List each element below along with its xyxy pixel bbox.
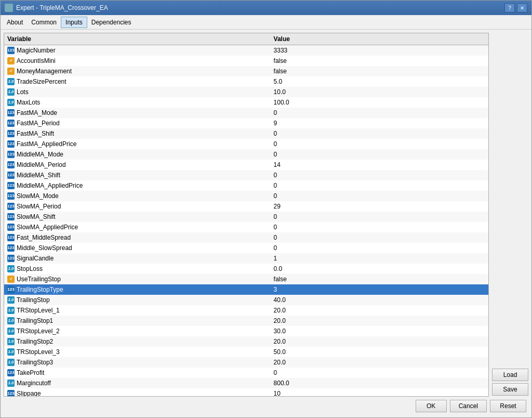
- ok-button[interactable]: OK: [416, 400, 447, 412]
- value-cell[interactable]: 0: [271, 191, 488, 201]
- variable-cell: 1.0 TRStopLevel_2: [4, 326, 271, 336]
- variable-cell: 1.0 StopLoss: [4, 264, 271, 274]
- value-cell[interactable]: 0.0: [271, 264, 488, 274]
- table-row[interactable]: 1.0 TrailingStop1 20.0: [4, 316, 488, 326]
- table-row[interactable]: 123 TakeProfit 0: [4, 368, 488, 378]
- table-row[interactable]: 123 TrailingStopType 3: [4, 284, 488, 295]
- value-cell[interactable]: 50.0: [271, 347, 488, 357]
- variable-cell: 1.0 TrailingStop3: [4, 357, 271, 368]
- value-cell[interactable]: 20.0: [271, 357, 488, 368]
- variable-cell: 123 SlowMA_Mode: [4, 191, 271, 201]
- value-cell[interactable]: 0: [271, 128, 488, 139]
- load-button[interactable]: Load: [492, 369, 528, 381]
- value-cell[interactable]: 10.0: [271, 87, 488, 97]
- value-cell[interactable]: 0: [271, 222, 488, 232]
- menu-about[interactable]: About: [3, 17, 27, 28]
- cancel-button[interactable]: Cancel: [450, 400, 487, 412]
- value-cell[interactable]: 0: [271, 170, 488, 180]
- double-icon: 1.0: [7, 338, 15, 345]
- value-cell[interactable]: 0: [271, 180, 488, 191]
- value-cell[interactable]: false: [271, 56, 488, 66]
- variable-cell: 1.0 Lots: [4, 87, 271, 97]
- variable-name: Middle_SlowSpread: [17, 244, 72, 252]
- menu-inputs[interactable]: Inputs: [61, 17, 87, 28]
- value-cell[interactable]: 5.0: [271, 76, 488, 87]
- table-row[interactable]: 123 MiddleMA_Shift 0: [4, 170, 488, 180]
- value-cell[interactable]: false: [271, 66, 488, 76]
- table-row[interactable]: 1.0 TrailingStop3 20.0: [4, 357, 488, 368]
- table-row[interactable]: 123 SignalCandle 1: [4, 253, 488, 264]
- table-row[interactable]: ✓ AccountIsMini false: [4, 56, 488, 66]
- table-row[interactable]: 1.0 StopLoss 0.0: [4, 264, 488, 274]
- value-cell[interactable]: 20.0: [271, 305, 488, 316]
- table-row[interactable]: 123 MiddleMA_AppliedPrice 0: [4, 180, 488, 191]
- table-row[interactable]: 1.0 TrailingStop 40.0: [4, 295, 488, 305]
- value-cell[interactable]: 0: [271, 368, 488, 378]
- table-row[interactable]: 123 Slippage 10: [4, 388, 488, 397]
- reset-button[interactable]: Reset: [490, 400, 526, 412]
- table-row[interactable]: 1.0 TrailingStop2 20.0: [4, 336, 488, 347]
- table-row[interactable]: 123 SlowMA_Shift 0: [4, 212, 488, 222]
- menu-dependencies[interactable]: Dependencies: [87, 17, 136, 28]
- value-cell[interactable]: 3333: [271, 45, 488, 56]
- table-row[interactable]: 1.0 MaxLots 100.0: [4, 97, 488, 108]
- parameters-table-container[interactable]: Variable Value 123 MagicNumber 3333 ✓ Ac…: [4, 33, 489, 397]
- table-row[interactable]: 1.0 TRStopLevel_3 50.0: [4, 347, 488, 357]
- value-cell[interactable]: 9: [271, 118, 488, 128]
- value-cell[interactable]: false: [271, 274, 488, 284]
- value-cell[interactable]: 0: [271, 139, 488, 149]
- table-row[interactable]: 123 MiddleMA_Period 14: [4, 160, 488, 170]
- save-button[interactable]: Save: [492, 383, 528, 396]
- value-cell[interactable]: 0: [271, 212, 488, 222]
- value-cell[interactable]: 14: [271, 160, 488, 170]
- int-icon: 123: [7, 390, 15, 397]
- value-cell[interactable]: 1: [271, 253, 488, 264]
- variable-cell: ✓ UseTrailingStop: [4, 274, 271, 284]
- value-cell[interactable]: 29: [271, 201, 488, 212]
- variable-name: TRStopLevel_1: [17, 307, 60, 314]
- table-row[interactable]: 1.0 Margincutoff 800.0: [4, 378, 488, 388]
- int-icon: 123: [7, 224, 15, 231]
- title-bar-controls: ? ✕: [504, 3, 527, 12]
- double-icon: 1.0: [7, 359, 15, 366]
- table-row[interactable]: 1.0 TRStopLevel_2 30.0: [4, 326, 488, 336]
- table-row[interactable]: 123 MiddleMA_Mode 0: [4, 149, 488, 160]
- variable-name: TrailingStop1: [17, 317, 53, 324]
- table-row[interactable]: 123 Middle_SlowSpread 0: [4, 243, 488, 253]
- parameters-table: Variable Value 123 MagicNumber 3333 ✓ Ac…: [4, 33, 488, 397]
- value-cell[interactable]: 100.0: [271, 97, 488, 108]
- value-cell[interactable]: 20.0: [271, 316, 488, 326]
- variable-name: SlowMA_Shift: [17, 213, 56, 220]
- menu-common[interactable]: Common: [27, 17, 61, 28]
- table-row[interactable]: ✓ UseTrailingStop false: [4, 274, 488, 284]
- table-row[interactable]: 123 FastMA_Shift 0: [4, 128, 488, 139]
- table-row[interactable]: 123 FastMA_Period 9: [4, 118, 488, 128]
- help-button[interactable]: ?: [504, 3, 515, 12]
- table-row[interactable]: 123 SlowMA_Period 29: [4, 201, 488, 212]
- variable-name: MagicNumber: [17, 47, 56, 54]
- table-row[interactable]: 123 SlowMA_AppliedPrice 0: [4, 222, 488, 232]
- table-row[interactable]: 123 Fast_MiddleSpread 0: [4, 232, 488, 243]
- value-cell[interactable]: 20.0: [271, 336, 488, 347]
- value-cell[interactable]: 800.0: [271, 378, 488, 388]
- table-row[interactable]: 1.0 TRStopLevel_1 20.0: [4, 305, 488, 316]
- int-icon: 123: [7, 172, 15, 179]
- value-cell[interactable]: 0: [271, 149, 488, 160]
- value-cell[interactable]: 0: [271, 108, 488, 118]
- value-cell[interactable]: 10: [271, 388, 488, 397]
- table-row[interactable]: ✓ MoneyManagement false: [4, 66, 488, 76]
- variable-name: Slippage: [17, 390, 41, 397]
- value-cell[interactable]: 0: [271, 243, 488, 253]
- table-row[interactable]: 1.0 Lots 10.0: [4, 87, 488, 97]
- value-cell[interactable]: 40.0: [271, 295, 488, 305]
- table-row[interactable]: 123 MagicNumber 3333: [4, 45, 488, 56]
- close-button[interactable]: ✕: [517, 3, 527, 12]
- value-cell[interactable]: 30.0: [271, 326, 488, 336]
- value-cell[interactable]: 0: [271, 232, 488, 243]
- variable-name: FastMA_Period: [17, 120, 60, 127]
- table-row[interactable]: 123 FastMA_AppliedPrice 0: [4, 139, 488, 149]
- value-cell[interactable]: 3: [271, 284, 488, 295]
- table-row[interactable]: 1.0 TradeSizePercent 5.0: [4, 76, 488, 87]
- table-row[interactable]: 123 FastMA_Mode 0: [4, 108, 488, 118]
- table-row[interactable]: 123 SlowMA_Mode 0: [4, 191, 488, 201]
